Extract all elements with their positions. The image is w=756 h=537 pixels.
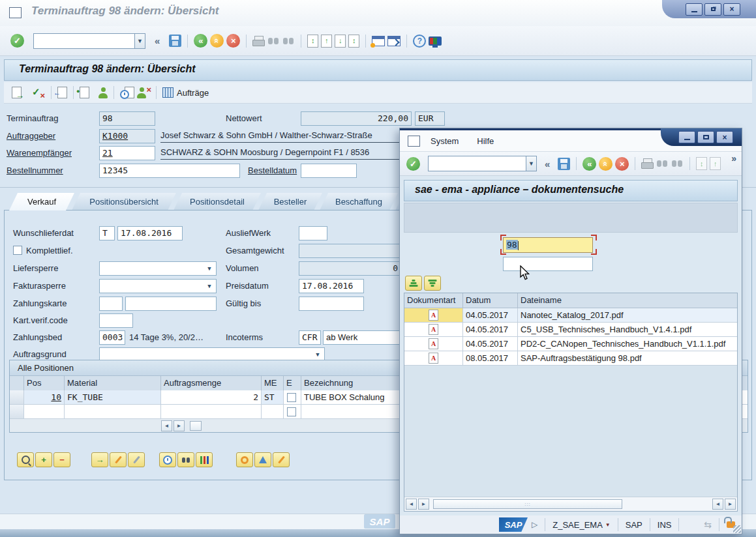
find-button[interactable] <box>267 36 280 46</box>
save-button[interactable] <box>169 35 181 47</box>
item-pricing-button[interactable] <box>196 452 213 467</box>
status-expand-icon[interactable]: ▷ <box>532 520 537 529</box>
enter-button[interactable]: ✓ <box>406 157 420 171</box>
command-field[interactable]: ▼ <box>428 156 537 171</box>
availability-check-button[interactable] <box>177 452 194 467</box>
zahlungsbed-field[interactable]: 0003 <box>99 330 125 345</box>
document-flow-icon[interactable]: ← <box>57 87 67 98</box>
first-page-button[interactable]: ↕ <box>696 157 707 170</box>
command-field[interactable]: ▼ <box>33 33 145 49</box>
last-page-button[interactable]: ↕ <box>348 35 359 48</box>
tab-beschaffung[interactable]: Beschaffung <box>320 193 398 210</box>
e-checkbox[interactable] <box>287 393 296 402</box>
komplettlief-checkbox[interactable] <box>13 246 22 255</box>
bestelldatum-label[interactable]: Bestelldatum <box>248 164 297 178</box>
batch-button[interactable] <box>254 452 271 467</box>
scrollbar-thumb[interactable]: ::: <box>433 499 622 509</box>
minimize-button[interactable] <box>678 131 695 143</box>
help-button[interactable]: ? <box>413 35 426 48</box>
partner-icon[interactable] <box>98 87 108 98</box>
col-e[interactable]: E <box>284 376 301 390</box>
item-detail-button[interactable] <box>110 452 127 467</box>
col-me[interactable]: ME <box>262 376 284 390</box>
scroll-right-icon[interactable]: ► <box>174 420 185 431</box>
col-dokumentart[interactable]: Dokumentart <box>404 293 463 308</box>
warenempfaenger-label[interactable]: Warenempfänger <box>7 146 72 160</box>
col-datum[interactable]: Datum <box>463 293 518 308</box>
availability-icon[interactable] <box>120 87 134 98</box>
scroll-right-icon[interactable]: ► <box>418 499 429 510</box>
propose-items-button[interactable]: → <box>91 452 108 467</box>
kunde-field[interactable] <box>503 257 593 271</box>
texts-button[interactable] <box>273 452 290 467</box>
window-menu-icon[interactable] <box>9 7 22 18</box>
auftraggeber-label[interactable]: Auftraggeber <box>7 129 55 143</box>
window-menu-icon[interactable] <box>408 136 420 147</box>
create-shortcut-button[interactable] <box>387 36 401 46</box>
menu-hilfe[interactable]: Hilfe <box>477 136 494 146</box>
table-row[interactable]: A 04.05.2017 PD2-C_CANopen_Technisches_H… <box>404 337 737 351</box>
item-display-button[interactable] <box>128 452 145 467</box>
kartverifcode-field[interactable] <box>99 313 133 328</box>
menu-system[interactable]: System <box>431 136 459 146</box>
header-details-icon[interactable]: ● <box>80 87 89 98</box>
print-button[interactable] <box>252 36 265 46</box>
sort-ascending-button[interactable] <box>405 276 422 291</box>
delete-item-button[interactable]: − <box>53 452 70 467</box>
scroll-left-icon[interactable]: ◄ <box>406 499 417 510</box>
cancel-button[interactable]: × <box>226 34 240 48</box>
minimize-button[interactable] <box>686 3 703 16</box>
exit-button[interactable]: « <box>599 157 612 171</box>
tab-verkauf[interactable]: Verkauf <box>9 193 74 210</box>
scroll-left-icon[interactable]: ◄ <box>161 420 172 431</box>
copy-document-icon[interactable]: → <box>12 87 22 98</box>
reject-document-icon[interactable]: × <box>137 87 150 98</box>
orders-button[interactable]: Aufträge <box>162 87 209 98</box>
bestellnummer-field[interactable]: 12345 <box>99 164 240 178</box>
scroll-left-icon[interactable]: ◄ <box>712 499 723 510</box>
resize-grip[interactable] <box>733 525 741 533</box>
sort-descending-button[interactable] <box>424 276 441 291</box>
add-item-button[interactable]: + <box>35 452 52 467</box>
command-dropdown-icon[interactable]: ▼ <box>134 33 145 49</box>
exit-button[interactable]: « <box>210 34 224 48</box>
customize-layout-button[interactable] <box>429 36 442 46</box>
maximize-button[interactable] <box>697 131 714 143</box>
liefersperre-select[interactable]: ▼ <box>99 261 217 276</box>
item-search-button[interactable] <box>17 452 34 467</box>
zahlungskarte-type-field[interactable] <box>99 297 123 311</box>
find-next-button[interactable] <box>671 159 684 168</box>
save-button[interactable] <box>558 158 570 170</box>
preisdatum-field[interactable]: 17.08.2016 <box>299 279 364 293</box>
enter-button[interactable]: ✓ <box>10 34 24 48</box>
incoterms-text-field[interactable]: ab Werk <box>323 330 406 345</box>
terminauftrag-field[interactable]: 98 <box>99 111 155 126</box>
scrollbar-thumb[interactable] <box>190 421 202 431</box>
next-page-button[interactable]: ↓ <box>335 35 346 48</box>
zahlungskarte-field[interactable] <box>125 297 217 311</box>
dropdown-arrow-icon[interactable]: ▼ <box>204 262 215 275</box>
close-button[interactable]: × <box>723 3 740 16</box>
bestellnummer-label[interactable]: Bestellnummer <box>7 164 63 178</box>
back-button[interactable]: « <box>582 157 596 171</box>
col-material[interactable]: Material <box>65 376 161 390</box>
col-pos[interactable]: Pos <box>24 376 65 390</box>
recalculate-button[interactable] <box>236 452 253 467</box>
bestelldatum-field[interactable] <box>301 164 357 178</box>
previous-page-button[interactable]: ↑ <box>710 157 721 170</box>
scroll-right-icon[interactable]: ► <box>725 499 736 510</box>
schedule-lines-button[interactable] <box>159 452 176 467</box>
table-row[interactable]: A 04.05.2017 Nanotec_Katalog_2017.pdf <box>404 308 737 323</box>
warenempfaenger-field[interactable]: 21 <box>99 146 155 160</box>
incoterms-field[interactable]: CFR <box>299 330 321 345</box>
gueltigbis-field[interactable] <box>299 297 364 311</box>
close-button[interactable]: × <box>716 131 733 143</box>
col-auftragsmenge[interactable]: Auftragsmenge <box>161 376 262 390</box>
back-button[interactable]: « <box>194 34 207 48</box>
dropdown-arrow-icon[interactable]: ▼ <box>204 280 215 293</box>
toolbar-overflow-icon[interactable]: » <box>731 153 736 164</box>
command-dropdown-icon[interactable]: ▼ <box>526 156 537 171</box>
restore-button[interactable] <box>704 3 721 16</box>
wunschlieferdat-field[interactable]: 17.08.2016 <box>117 226 183 240</box>
previous-page-button[interactable]: ↑ <box>321 35 332 48</box>
